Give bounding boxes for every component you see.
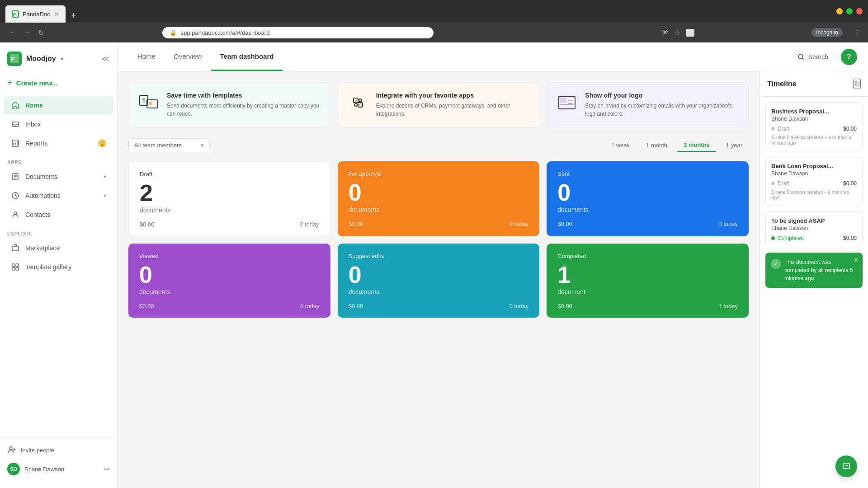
maximize-button[interactable] <box>846 8 853 14</box>
sidebar-item-marketplace[interactable]: Marketplace <box>4 239 113 257</box>
to-be-signed-user: Shane Dawson <box>771 225 857 231</box>
suggest-label: Suggest edits <box>349 253 529 259</box>
bookmark-icon[interactable]: ☆ <box>674 28 680 37</box>
approval-docs-label: documents <box>349 206 529 213</box>
sidebar-item-contacts[interactable]: Contacts <box>4 206 113 224</box>
notification-close-button[interactable]: ✕ <box>854 256 859 263</box>
filter-1month[interactable]: 1 month <box>640 139 674 152</box>
business-proposal-title: Business Proposal... <box>771 108 857 115</box>
promo-card-logo[interactable]: Show off your logo Stay on-brand by cust… <box>547 82 749 127</box>
menu-icon[interactable]: ⋮ <box>854 28 861 37</box>
user-profile-button[interactable]: SD Shane Dawson ••• <box>4 459 113 479</box>
sidebar-collapse-button[interactable]: ≪ <box>101 54 110 64</box>
filter-bar: All team members ▾ 1 week 1 month 3 mont… <box>128 138 749 152</box>
explore-section-label: EXPLORE <box>0 224 117 239</box>
to-be-signed-amount: $0.00 <box>843 235 857 241</box>
minimize-button[interactable] <box>836 8 843 14</box>
business-proposal-user: Shane Dawson <box>771 116 857 122</box>
suggest-footer: $0.00 0 today <box>349 303 529 310</box>
search-button[interactable]: Search <box>792 51 834 63</box>
draft-today: 2 today <box>300 221 319 228</box>
bank-loan-amount: $0.00 <box>843 180 857 187</box>
approval-label: For approval <box>349 170 529 177</box>
sidebar-header: P Moodjoy ▾ ≪ <box>0 48 117 73</box>
sent-footer: $0.00 0 today <box>557 221 738 227</box>
tab-overview[interactable]: Overview <box>165 42 211 71</box>
create-new-button[interactable]: + Create new... <box>0 73 117 93</box>
business-proposal-status-row: Draft $0.00 <box>771 126 857 132</box>
stat-card-approval[interactable]: For approval 0 documents $0.00 0 today <box>338 161 540 236</box>
filter-3months[interactable]: 3 months <box>677 139 716 152</box>
stat-card-completed[interactable]: Completed 1 document $0.00 1 today <box>547 244 749 318</box>
approval-count: 0 <box>349 181 529 204</box>
brand-dropdown-icon[interactable]: ▾ <box>61 56 63 62</box>
contacts-icon <box>11 210 20 219</box>
filter-3months-label: 3 months <box>684 141 710 148</box>
stat-card-suggest[interactable]: Suggest edits 0 documents $0.00 0 today <box>338 244 540 318</box>
sidebar-item-home[interactable]: Home <box>4 96 113 114</box>
sidebar: P Moodjoy ▾ ≪ + Create new... Home <box>0 42 118 488</box>
address-bar[interactable]: 🔒 app.pandadoc.com/a/#/dashboard <box>162 27 434 38</box>
promo-card-integrations[interactable]: Integrate with your favorite apps Explor… <box>338 82 540 127</box>
address-icon: 🔒 <box>170 29 177 36</box>
sidebar-explore-nav: Marketplace Template gallery <box>0 239 117 276</box>
timeline-item-to-be-signed[interactable]: To be signed ASAP Shane Dawson Completed… <box>765 211 863 247</box>
svg-rect-18 <box>142 102 145 103</box>
brand[interactable]: P Moodjoy ▾ <box>7 52 63 66</box>
chat-button[interactable] <box>835 455 857 477</box>
sidebar-item-inbox[interactable]: Inbox <box>4 115 113 133</box>
forward-button[interactable]: → <box>22 27 33 39</box>
reports-icon <box>11 139 20 148</box>
timeline-item-bank-loan[interactable]: Bank Loan Proposal... Shane Dawson Draft… <box>765 157 863 206</box>
sidebar-item-reports[interactable]: Reports 🔒 <box>4 134 113 152</box>
create-new-label: Create new... <box>16 79 58 87</box>
business-proposal-status-dot <box>771 127 775 131</box>
templates-promo-icon <box>138 92 160 117</box>
nav-buttons: ← → ↻ <box>7 27 46 39</box>
sidebar-item-template-gallery[interactable]: Template gallery <box>4 258 113 276</box>
business-proposal-amount: $0.00 <box>843 126 857 132</box>
filter-1week[interactable]: 1 week <box>605 139 636 152</box>
team-filter-dropdown[interactable]: All team members ▾ <box>128 138 210 152</box>
tab-home[interactable]: Home <box>128 42 165 71</box>
refresh-button[interactable]: ↻ <box>36 27 46 39</box>
sent-amount: $0.00 <box>557 221 572 227</box>
new-tab-button[interactable]: + <box>67 9 80 23</box>
svg-text:P: P <box>11 56 15 62</box>
stat-card-draft[interactable]: Draft 2 documents $0.00 2 today <box>128 161 330 236</box>
filter-1year[interactable]: 1 year <box>720 139 749 152</box>
tab-team-dashboard[interactable]: Team dashboard <box>211 42 283 71</box>
tab-title: PandaDoc <box>23 11 50 18</box>
timeline-item-business-proposal[interactable]: Business Proposal... Shane Dawson Draft … <box>765 102 863 151</box>
invite-people-button[interactable]: Invite people <box>4 441 113 459</box>
reports-lock-badge: 🔒 <box>98 139 106 147</box>
to-be-signed-status-dot <box>771 236 775 240</box>
stat-card-sent[interactable]: Sent 0 documents $0.00 0 today <box>547 161 749 236</box>
template-gallery-icon <box>11 263 20 272</box>
close-button[interactable] <box>856 8 863 14</box>
team-filter-label: All team members <box>134 142 182 149</box>
promo-cards: Save time with templates Send documents … <box>128 82 749 127</box>
active-tab[interactable]: P PandaDoc ✕ <box>5 5 66 23</box>
logo-promo-icon <box>556 92 578 117</box>
help-button[interactable]: ? <box>841 49 857 65</box>
svg-point-27 <box>844 465 845 466</box>
promo-card-templates[interactable]: Save time with templates Send documents … <box>128 82 330 127</box>
stats-grid: Draft 2 documents $0.00 2 today For appr… <box>128 161 749 318</box>
sidebar-item-automations[interactable]: Automations ▾ <box>4 187 113 205</box>
user-more-icon[interactable]: ••• <box>104 466 110 473</box>
stat-card-viewed[interactable]: Viewed 0 documents $0.00 0 today <box>128 244 330 318</box>
logo-promo-desc: Stay on-brand by customizing emails with… <box>585 102 739 118</box>
sent-label: Sent <box>557 170 738 177</box>
timeline-refresh-button[interactable]: ↻ <box>853 79 861 89</box>
notification-check-icon: ✓ <box>771 259 781 269</box>
tab-close-icon[interactable]: ✕ <box>54 10 59 18</box>
back-button[interactable]: ← <box>7 27 18 39</box>
svg-rect-26 <box>561 98 566 103</box>
documents-expand-icon: ▾ <box>104 174 106 180</box>
sidebar-item-documents[interactable]: Documents ▾ <box>4 168 113 186</box>
search-label: Search <box>808 53 828 61</box>
svg-point-8 <box>14 212 17 215</box>
bank-loan-status: Draft <box>778 180 789 187</box>
sidebar-item-inbox-label: Inbox <box>25 121 41 128</box>
